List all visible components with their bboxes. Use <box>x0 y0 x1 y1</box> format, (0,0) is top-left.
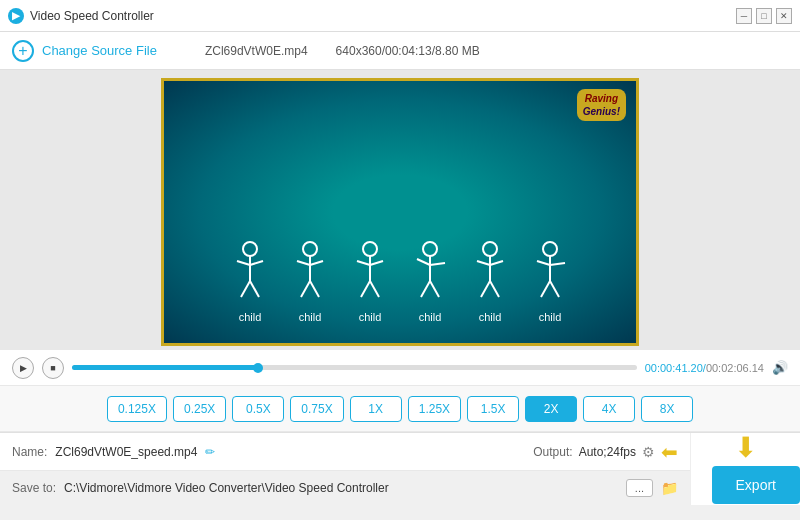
svg-line-27 <box>490 261 503 265</box>
svg-point-18 <box>423 242 437 256</box>
figure-5-svg <box>469 239 511 309</box>
figure-6: child <box>529 239 571 323</box>
figure-4: child <box>409 239 451 323</box>
svg-line-34 <box>541 281 550 297</box>
figure-2-svg <box>289 239 331 309</box>
figures-row: child child <box>164 239 636 323</box>
download-arrow-icon: ⬇ <box>734 434 757 462</box>
svg-line-10 <box>301 281 310 297</box>
playback-controls: ▶ ■ 00:00:41.20/00:02:06.14 🔊 <box>0 350 800 386</box>
figure-6-label: child <box>539 311 562 323</box>
svg-line-15 <box>370 261 383 265</box>
svg-line-8 <box>297 261 310 265</box>
close-button[interactable]: ✕ <box>776 8 792 24</box>
app-title: Video Speed Controller <box>30 9 730 23</box>
export-button[interactable]: Export <box>712 466 800 504</box>
volume-icon[interactable]: 🔊 <box>772 360 788 375</box>
save-row: Save to: C:\Vidmore\Vidmore Video Conver… <box>0 471 690 505</box>
speed-button-075X[interactable]: 0.75X <box>290 396 343 422</box>
speed-button-2X[interactable]: 2X <box>525 396 577 422</box>
svg-line-3 <box>250 261 263 265</box>
change-source-button[interactable]: Change Source File <box>42 43 157 58</box>
svg-line-35 <box>550 281 559 297</box>
export-panel: ⬇ Export <box>690 433 800 505</box>
output-label: Output: <box>533 445 572 459</box>
figure-2-label: child <box>299 311 322 323</box>
speed-button-8X[interactable]: 8X <box>641 396 693 422</box>
progress-thumb[interactable] <box>253 363 263 373</box>
play-button[interactable]: ▶ <box>12 357 34 379</box>
figure-6-svg <box>529 239 571 309</box>
figure-4-svg <box>409 239 451 309</box>
main-layout: + Change Source File ZCl69dVtW0E.mp4 640… <box>0 32 800 520</box>
file-name: ZCl69dVtW0E.mp4 <box>205 44 308 58</box>
save-path: C:\Vidmore\Vidmore Video Converter\Video… <box>64 481 618 495</box>
progress-fill <box>72 365 258 370</box>
figure-5: child <box>469 239 511 323</box>
svg-line-2 <box>237 261 250 265</box>
svg-line-11 <box>310 281 319 297</box>
svg-line-14 <box>357 261 370 265</box>
output-arrow-icon[interactable]: ⬅ <box>661 440 678 464</box>
figure-1-label: child <box>239 311 262 323</box>
maximize-button[interactable]: □ <box>756 8 772 24</box>
svg-line-28 <box>481 281 490 297</box>
window-controls: ─ □ ✕ <box>736 8 792 24</box>
figure-1: child <box>229 239 271 323</box>
svg-line-21 <box>430 263 445 265</box>
svg-line-5 <box>250 281 259 297</box>
title-bar: ▶ Video Speed Controller ─ □ ✕ <box>0 0 800 32</box>
svg-line-22 <box>421 281 430 297</box>
minimize-button[interactable]: ─ <box>736 8 752 24</box>
save-label: Save to: <box>12 481 56 495</box>
name-label: Name: <box>12 445 47 459</box>
time-display: 00:00:41.20/00:02:06.14 <box>645 362 764 374</box>
svg-line-33 <box>550 263 565 265</box>
speed-button-4X[interactable]: 4X <box>583 396 635 422</box>
stop-button[interactable]: ■ <box>42 357 64 379</box>
speed-controls: 0.125X0.25X0.5X0.75X1X1.25X1.5X2X4X8X <box>0 386 800 432</box>
svg-line-9 <box>310 261 323 265</box>
output-section: Output: Auto;24fps ⚙ ⬅ <box>533 440 678 464</box>
figure-1-svg <box>229 239 271 309</box>
output-settings-icon[interactable]: ⚙ <box>642 444 655 460</box>
progress-bar[interactable] <box>72 365 637 370</box>
output-value: Auto;24fps <box>579 445 636 459</box>
folder-icon[interactable]: 📁 <box>661 480 678 496</box>
speed-button-025X[interactable]: 0.25X <box>173 396 226 422</box>
svg-line-16 <box>361 281 370 297</box>
app-icon: ▶ <box>8 8 24 24</box>
brand-raving: Raving <box>583 92 620 105</box>
svg-line-17 <box>370 281 379 297</box>
brand-logo: Raving Genius! <box>577 89 626 121</box>
figure-5-label: child <box>479 311 502 323</box>
total-time: 00:02:06.14 <box>706 362 764 374</box>
brand-genius: Genius! <box>583 105 620 118</box>
speed-button-15X[interactable]: 1.5X <box>467 396 519 422</box>
browse-button[interactable]: ... <box>626 479 653 497</box>
svg-point-6 <box>303 242 317 256</box>
toolbar: + Change Source File ZCl69dVtW0E.mp4 640… <box>0 32 800 70</box>
video-container: Raving Genius! child <box>0 70 800 350</box>
svg-line-23 <box>430 281 439 297</box>
figure-4-label: child <box>419 311 442 323</box>
output-filename: ZCl69dVtW0E_speed.mp4 <box>55 445 197 459</box>
file-meta: 640x360/00:04:13/8.80 MB <box>336 44 480 58</box>
svg-line-4 <box>241 281 250 297</box>
speed-button-05X[interactable]: 0.5X <box>232 396 284 422</box>
speed-button-125X[interactable]: 1.25X <box>408 396 461 422</box>
bottom-area: Name: ZCl69dVtW0E_speed.mp4 ✏ Output: Au… <box>0 432 800 505</box>
speed-button-1X[interactable]: 1X <box>350 396 402 422</box>
figure-3: child <box>349 239 391 323</box>
output-row: Name: ZCl69dVtW0E_speed.mp4 ✏ Output: Au… <box>0 433 690 471</box>
svg-line-32 <box>537 261 550 265</box>
bottom-left: Name: ZCl69dVtW0E_speed.mp4 ✏ Output: Au… <box>0 433 690 505</box>
edit-filename-icon[interactable]: ✏ <box>205 445 215 459</box>
svg-point-24 <box>483 242 497 256</box>
figure-3-label: child <box>359 311 382 323</box>
speed-button-0125X[interactable]: 0.125X <box>107 396 167 422</box>
svg-line-26 <box>477 261 490 265</box>
svg-line-20 <box>417 259 430 265</box>
figure-2: child <box>289 239 331 323</box>
add-source-button[interactable]: + <box>12 40 34 62</box>
